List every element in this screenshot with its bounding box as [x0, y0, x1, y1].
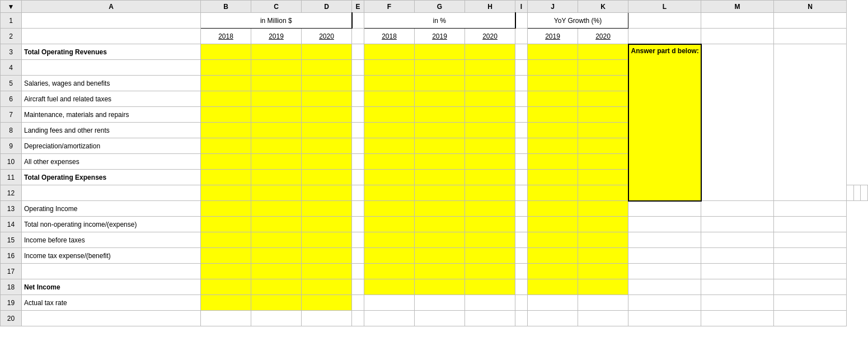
cell-K16[interactable] [578, 248, 628, 264]
cell-C10[interactable] [251, 154, 302, 170]
cell-H10[interactable] [465, 154, 515, 170]
cell-G18[interactable] [415, 279, 465, 295]
cell-K5[interactable] [578, 76, 628, 91]
cell-D6[interactable] [302, 91, 352, 107]
cell-H16[interactable] [465, 248, 515, 264]
cell-C6[interactable] [251, 91, 302, 107]
cell-K8[interactable] [578, 123, 628, 138]
cell-G15[interactable] [415, 232, 465, 248]
cell-G3[interactable] [415, 44, 465, 60]
cell-F6[interactable] [364, 91, 415, 107]
cell-J4[interactable] [528, 60, 578, 76]
cell-C7[interactable] [251, 107, 302, 123]
cell-L3-answer[interactable]: Answer part d below: [628, 44, 701, 201]
cell-G17[interactable] [415, 264, 465, 279]
cell-H13[interactable] [465, 201, 515, 217]
cell-K18[interactable] [578, 279, 628, 295]
cell-H12[interactable] [465, 185, 515, 201]
cell-F7[interactable] [364, 107, 415, 123]
cell-C11[interactable] [251, 170, 302, 185]
cell-H17[interactable] [465, 264, 515, 279]
cell-B9[interactable] [201, 138, 251, 154]
cell-B15[interactable] [201, 232, 251, 248]
cell-B5[interactable] [201, 76, 251, 91]
cell-J14[interactable] [528, 217, 578, 232]
cell-K17[interactable] [578, 264, 628, 279]
cell-J15[interactable] [528, 232, 578, 248]
cell-F3[interactable] [364, 44, 415, 60]
cell-J11[interactable] [528, 170, 578, 185]
cell-B16[interactable] [201, 248, 251, 264]
cell-C14[interactable] [251, 217, 302, 232]
cell-D18[interactable] [302, 279, 352, 295]
cell-C18[interactable] [251, 279, 302, 295]
cell-J9[interactable] [528, 138, 578, 154]
cell-F8[interactable] [364, 123, 415, 138]
cell-B4[interactable] [201, 60, 251, 76]
cell-H11[interactable] [465, 170, 515, 185]
cell-J18[interactable] [528, 279, 578, 295]
cell-K10[interactable] [578, 154, 628, 170]
cell-F15[interactable] [364, 232, 415, 248]
cell-C17[interactable] [251, 264, 302, 279]
cell-J16[interactable] [528, 248, 578, 264]
cell-J17[interactable] [528, 264, 578, 279]
cell-D13[interactable] [302, 201, 352, 217]
cell-C5[interactable] [251, 76, 302, 91]
cell-F17[interactable] [364, 264, 415, 279]
cell-F11[interactable] [364, 170, 415, 185]
cell-K9[interactable] [578, 138, 628, 154]
cell-G14[interactable] [415, 217, 465, 232]
cell-G10[interactable] [415, 154, 465, 170]
cell-K6[interactable] [578, 91, 628, 107]
cell-K13[interactable] [578, 201, 628, 217]
cell-J8[interactable] [528, 123, 578, 138]
cell-D12[interactable] [302, 185, 352, 201]
cell-D7[interactable] [302, 107, 352, 123]
cell-G9[interactable] [415, 138, 465, 154]
cell-D15[interactable] [302, 232, 352, 248]
cell-H4[interactable] [465, 60, 515, 76]
cell-F10[interactable] [364, 154, 415, 170]
cell-C4[interactable] [251, 60, 302, 76]
cell-C15[interactable] [251, 232, 302, 248]
cell-H18[interactable] [465, 279, 515, 295]
cell-B6[interactable] [201, 91, 251, 107]
cell-C19[interactable] [251, 295, 302, 311]
cell-F13[interactable] [364, 201, 415, 217]
cell-H9[interactable] [465, 138, 515, 154]
cell-H8[interactable] [465, 123, 515, 138]
cell-G11[interactable] [415, 170, 465, 185]
cell-G12[interactable] [415, 185, 465, 201]
cell-D14[interactable] [302, 217, 352, 232]
cell-F16[interactable] [364, 248, 415, 264]
cell-K4[interactable] [578, 60, 628, 76]
cell-J13[interactable] [528, 201, 578, 217]
cell-D11[interactable] [302, 170, 352, 185]
cell-C13[interactable] [251, 201, 302, 217]
cell-H6[interactable] [465, 91, 515, 107]
cell-C3[interactable] [251, 44, 302, 60]
cell-G7[interactable] [415, 107, 465, 123]
cell-H15[interactable] [465, 232, 515, 248]
cell-K14[interactable] [578, 217, 628, 232]
cell-D16[interactable] [302, 248, 352, 264]
cell-D4[interactable] [302, 60, 352, 76]
cell-B19[interactable] [201, 295, 251, 311]
cell-F18[interactable] [364, 279, 415, 295]
cell-C9[interactable] [251, 138, 302, 154]
cell-F12[interactable] [364, 185, 415, 201]
cell-F9[interactable] [364, 138, 415, 154]
cell-D9[interactable] [302, 138, 352, 154]
cell-J6[interactable] [528, 91, 578, 107]
cell-K3[interactable] [578, 44, 628, 60]
cell-C16[interactable] [251, 248, 302, 264]
cell-F5[interactable] [364, 76, 415, 91]
cell-H7[interactable] [465, 107, 515, 123]
cell-H14[interactable] [465, 217, 515, 232]
cell-H3[interactable] [465, 44, 515, 60]
cell-K11[interactable] [578, 170, 628, 185]
cell-B17[interactable] [201, 264, 251, 279]
cell-J5[interactable] [528, 76, 578, 91]
cell-D8[interactable] [302, 123, 352, 138]
